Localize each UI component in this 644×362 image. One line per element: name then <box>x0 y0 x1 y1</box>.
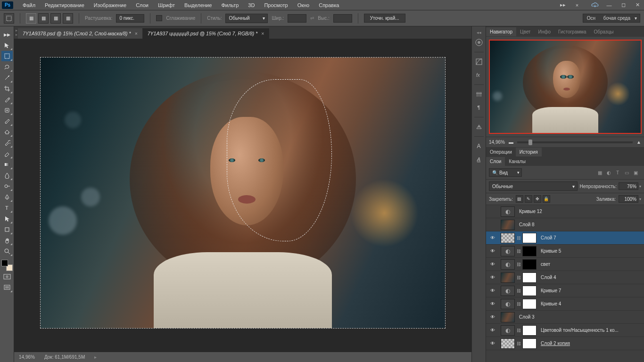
add-selection-icon[interactable]: ▦ <box>38 13 49 24</box>
visibility-toggle[interactable]: 👁 <box>486 275 499 280</box>
zoom-slider[interactable] <box>517 141 633 143</box>
link-icon[interactable]: ⛓ <box>516 262 521 267</box>
foreground-color[interactable] <box>1 260 8 266</box>
gradient-tool[interactable] <box>1 159 13 170</box>
quick-mask-icon[interactable] <box>1 272 13 282</box>
layer-row[interactable]: 👁◐⛓Кривые 7 <box>486 284 644 297</box>
layer-thumbnail[interactable]: ◐ <box>501 259 515 270</box>
tool-preset-icon[interactable] <box>4 13 14 24</box>
layer-row[interactable]: 👁⛓Слой 7 <box>486 231 644 245</box>
layer-row[interactable]: 👁◐⛓Цветовой тон/Насыщенность 1 ко... <box>486 324 644 337</box>
visibility-toggle[interactable]: 👁 <box>486 288 499 293</box>
character-panel-icon[interactable]: A <box>473 140 485 152</box>
intersect-selection-icon[interactable]: ▦ <box>63 13 73 24</box>
zoom-tool[interactable] <box>1 246 13 256</box>
lock-transparency-icon[interactable]: ▨ <box>516 195 523 203</box>
height-input[interactable] <box>333 14 352 23</box>
link-icon[interactable]: ⛓ <box>516 328 521 333</box>
workspace-switcher[interactable]: Осн бочая среда <box>583 14 640 23</box>
layer-thumbnail[interactable]: ◐ <box>501 325 515 336</box>
visibility-toggle[interactable]: 👁 <box>486 235 499 240</box>
close-tab-icon[interactable]: × <box>261 31 264 36</box>
layer-thumbnail[interactable]: ◐ <box>501 206 515 217</box>
zoom-in-icon[interactable]: ▲ <box>636 140 641 145</box>
filter-adjust-icon[interactable]: ◐ <box>605 169 612 176</box>
lasso-tool[interactable] <box>1 62 13 72</box>
clone-source-panel-icon[interactable] <box>473 121 485 132</box>
filter-type-icon[interactable]: T <box>614 169 621 176</box>
navigator-preview[interactable] <box>489 40 642 134</box>
mask-thumbnail[interactable] <box>522 259 537 270</box>
visibility-toggle[interactable]: 👁 <box>486 314 499 320</box>
layer-name[interactable]: Кривые 5 <box>538 248 561 254</box>
refine-edge-button[interactable]: Уточн. край... <box>364 14 405 23</box>
adjustments-panel-icon[interactable] <box>473 56 485 67</box>
layer-name[interactable]: Слой 2 копия <box>538 341 570 346</box>
menu-Справка[interactable]: Справка <box>314 2 344 8</box>
screen-mode-icon[interactable] <box>1 282 13 293</box>
hand-tool[interactable] <box>1 235 13 246</box>
layer-thumbnail[interactable] <box>501 220 515 230</box>
lock-position-icon[interactable]: ✥ <box>534 195 541 203</box>
crop-tool[interactable] <box>1 83 13 94</box>
opacity-input[interactable] <box>619 182 638 190</box>
layer-name[interactable]: Цветовой тон/Насыщенность 1 ко... <box>538 328 619 333</box>
link-icon[interactable]: ⛓ <box>516 275 521 280</box>
feather-input[interactable] <box>116 14 144 23</box>
layer-row[interactable]: Слой 8 <box>486 218 644 231</box>
blend-mode-select[interactable]: Обычные <box>489 181 578 191</box>
layer-row[interactable]: 👁⛓Слой 2 копия <box>486 337 644 350</box>
filter-shape-icon[interactable]: ▭ <box>623 169 630 176</box>
blur-tool[interactable] <box>1 170 13 181</box>
link-icon[interactable]: ⛓ <box>516 302 521 306</box>
subtract-selection-icon[interactable]: ▦ <box>50 13 61 24</box>
move-tool[interactable] <box>1 40 13 50</box>
layer-name[interactable]: Слой 7 <box>538 235 556 240</box>
shape-tool[interactable] <box>1 224 13 235</box>
maximize-button[interactable]: ◻ <box>617 1 630 9</box>
layer-thumbnail[interactable] <box>501 233 515 243</box>
visibility-toggle[interactable]: 👁 <box>486 248 499 254</box>
mask-thumbnail[interactable] <box>522 299 537 309</box>
canvas-viewport[interactable] <box>14 39 471 352</box>
pen-tool[interactable] <box>1 192 13 202</box>
close-panels-icon[interactable]: × <box>570 1 584 9</box>
layer-row[interactable]: 👁◐⛓свет <box>486 258 644 271</box>
mask-thumbnail[interactable] <box>522 246 537 256</box>
panel-tab-Навигатор[interactable]: Навигатор <box>486 27 516 36</box>
panel-tab-Образцы[interactable]: Образцы <box>590 27 618 36</box>
glyphs-panel-icon[interactable]: A <box>473 154 485 165</box>
filter-smart-icon[interactable]: ▣ <box>632 169 639 176</box>
zoom-level[interactable]: 14,96% <box>19 354 35 360</box>
width-input[interactable] <box>288 14 306 23</box>
antialias-checkbox[interactable] <box>156 15 162 21</box>
menu-3D[interactable]: 3D <box>243 2 259 8</box>
layer-name[interactable]: Слой 8 <box>516 222 535 227</box>
visibility-toggle[interactable]: 👁 <box>486 301 499 306</box>
mask-thumbnail[interactable] <box>522 233 537 243</box>
link-icon[interactable]: ⛓ <box>516 288 521 293</box>
healing-brush-tool[interactable] <box>1 105 13 115</box>
panel-tab-История[interactable]: История <box>516 148 542 156</box>
layer-row[interactable]: 👁◐⛓Кривые 4 <box>486 297 644 311</box>
layer-thumbnail[interactable]: ◐ <box>501 299 515 309</box>
close-button[interactable]: ✕ <box>631 1 644 9</box>
layer-name[interactable]: Кривые 12 <box>516 209 542 214</box>
paragraph-panel-icon[interactable]: ¶ <box>473 102 485 113</box>
menu-Фильтр[interactable]: Фильтр <box>216 2 243 8</box>
color-swatches[interactable] <box>1 260 13 271</box>
filter-pixel-icon[interactable]: ▦ <box>596 169 603 176</box>
layer-name[interactable]: свет <box>538 262 550 267</box>
layer-row[interactable]: 👁Слой 3 <box>486 311 644 324</box>
panel-tab-Каналы[interactable]: Каналы <box>505 157 529 166</box>
visibility-toggle[interactable]: 👁 <box>486 262 499 267</box>
layer-name[interactable]: Слой 4 <box>538 275 556 280</box>
layer-thumbnail[interactable] <box>501 338 515 349</box>
style-select[interactable]: Обычный <box>225 14 268 23</box>
collapse-toolbar-icon[interactable]: ▸▸ <box>1 29 13 40</box>
menu-Файл[interactable]: Файл <box>18 2 40 8</box>
mask-thumbnail[interactable] <box>522 272 537 283</box>
mask-thumbnail[interactable] <box>522 286 537 296</box>
document-size[interactable]: Док: 61,1M/691,5M <box>44 354 85 360</box>
link-icon[interactable]: ⛓ <box>516 341 521 346</box>
